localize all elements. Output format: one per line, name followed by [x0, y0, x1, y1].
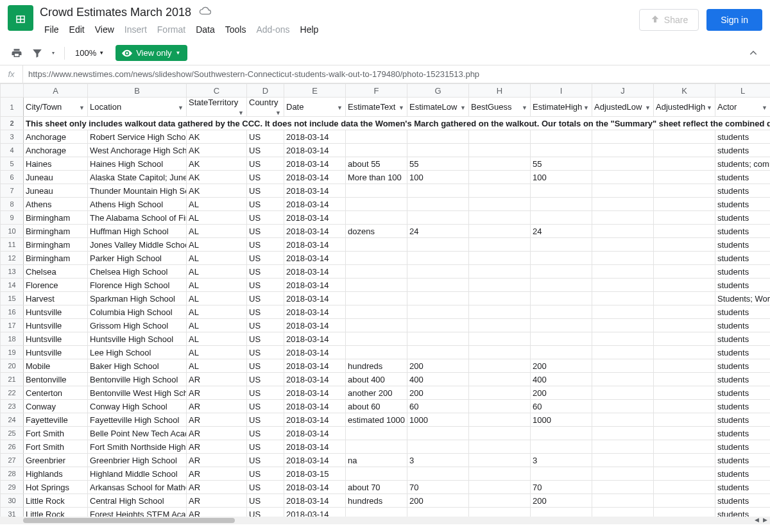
scrollbar-thumb[interactable] — [23, 518, 235, 523]
cell[interactable] — [592, 332, 654, 346]
cell[interactable] — [592, 319, 654, 332]
cell[interactable] — [346, 305, 407, 319]
row-header[interactable]: 1 — [1, 98, 24, 117]
cell[interactable] — [469, 413, 531, 427]
cell[interactable]: AR — [187, 400, 247, 413]
cell[interactable] — [654, 400, 715, 413]
cell[interactable]: Harvest — [24, 292, 88, 305]
cell[interactable]: 2018-03-14 — [284, 238, 346, 252]
cell[interactable]: US — [247, 144, 284, 157]
cell[interactable]: Huntsville High School — [88, 332, 187, 346]
cell[interactable]: AL — [187, 198, 247, 211]
cell[interactable]: 1000 — [531, 413, 592, 427]
cell[interactable]: AL — [187, 252, 247, 265]
cell[interactable]: US — [247, 198, 284, 211]
cell[interactable]: Hot Springs — [24, 481, 88, 494]
formula-input[interactable]: https://www.newstimes.com/news/slideshow… — [23, 65, 770, 83]
cell[interactable] — [592, 211, 654, 225]
row-header[interactable]: 11 — [1, 238, 24, 252]
cell[interactable]: 1000 — [407, 413, 469, 427]
cell[interactable] — [592, 292, 654, 305]
cell[interactable] — [592, 130, 654, 144]
filter-arrow-icon[interactable]: ▼ — [583, 105, 589, 111]
cell[interactable] — [592, 359, 654, 373]
cell[interactable] — [531, 319, 592, 332]
cell[interactable] — [531, 144, 592, 157]
col-header-I[interactable]: I — [531, 84, 592, 98]
cell[interactable] — [407, 265, 469, 279]
scroll-right-icon[interactable]: ▶ — [762, 517, 769, 523]
cell[interactable] — [407, 198, 469, 211]
header-cell[interactable]: EstimateText▼ — [346, 98, 407, 117]
row-header[interactable]: 9 — [1, 211, 24, 225]
cell[interactable]: students — [715, 279, 771, 292]
row-header[interactable]: 24 — [1, 413, 24, 427]
cell[interactable] — [346, 198, 407, 211]
cell[interactable] — [592, 305, 654, 319]
cell[interactable] — [469, 481, 531, 494]
cell[interactable] — [654, 494, 715, 508]
cell[interactable]: students — [715, 211, 771, 225]
cell[interactable] — [654, 130, 715, 144]
filter-arrow-icon[interactable]: ▼ — [79, 105, 85, 111]
filter-arrow-icon[interactable]: ▼ — [238, 110, 244, 116]
cell[interactable]: 2018-03-14 — [284, 346, 346, 359]
cell[interactable]: 3 — [407, 454, 469, 467]
cell[interactable]: students — [715, 386, 771, 400]
cell[interactable] — [531, 346, 592, 359]
filter-arrow-icon[interactable]: ▼ — [398, 105, 404, 111]
cell[interactable]: AL — [187, 211, 247, 225]
cell[interactable]: Bentonville High School — [88, 373, 187, 386]
cell[interactable]: 70 — [531, 481, 592, 494]
cell[interactable] — [469, 467, 531, 481]
cell[interactable]: 2018-03-14 — [284, 184, 346, 198]
cell[interactable] — [346, 346, 407, 359]
cell[interactable]: AR — [187, 481, 247, 494]
cell[interactable]: 200 — [407, 386, 469, 400]
cell[interactable]: students — [715, 184, 771, 198]
cell[interactable]: US — [247, 332, 284, 346]
cell[interactable]: Highlands — [24, 467, 88, 481]
cell[interactable] — [407, 305, 469, 319]
cell[interactable]: students — [715, 319, 771, 332]
cell[interactable] — [469, 319, 531, 332]
cell[interactable] — [654, 332, 715, 346]
cell[interactable]: 2018-03-14 — [284, 332, 346, 346]
cell[interactable] — [346, 252, 407, 265]
cell[interactable]: AK — [187, 171, 247, 184]
cell[interactable]: Chelsea High School — [88, 265, 187, 279]
print-icon[interactable] — [8, 44, 26, 62]
cell[interactable] — [469, 292, 531, 305]
cell[interactable]: students — [715, 238, 771, 252]
cell[interactable]: 200 — [407, 494, 469, 508]
collapse-toolbar-icon[interactable] — [744, 44, 762, 62]
cell[interactable]: Little Rock — [24, 494, 88, 508]
cell[interactable]: AR — [187, 427, 247, 440]
cell[interactable] — [531, 427, 592, 440]
row-header[interactable]: 15 — [1, 292, 24, 305]
cell[interactable]: 55 — [531, 157, 592, 171]
cell[interactable] — [592, 252, 654, 265]
cell[interactable] — [654, 386, 715, 400]
cell[interactable]: Columbia High School — [88, 305, 187, 319]
cell[interactable]: AR — [187, 454, 247, 467]
cell[interactable] — [654, 481, 715, 494]
cell[interactable] — [531, 332, 592, 346]
cell[interactable]: Athens High School — [88, 198, 187, 211]
cell[interactable]: students; community — [715, 157, 771, 171]
cell[interactable] — [469, 427, 531, 440]
cell[interactable]: US — [247, 359, 284, 373]
cell[interactable]: AL — [187, 279, 247, 292]
cell[interactable] — [531, 184, 592, 198]
scroll-left-icon[interactable]: ◀ — [753, 517, 760, 523]
cell[interactable]: students — [715, 346, 771, 359]
cell[interactable] — [654, 373, 715, 386]
cell[interactable]: US — [247, 171, 284, 184]
cell[interactable]: The Alabama School of Fine Arts — [88, 211, 187, 225]
cell[interactable]: 2018-03-14 — [284, 279, 346, 292]
zoom-select[interactable]: 100% ▼ — [71, 48, 108, 58]
cell[interactable]: 2018-03-14 — [284, 171, 346, 184]
row-header[interactable]: 29 — [1, 481, 24, 494]
cell[interactable]: AK — [187, 144, 247, 157]
cell[interactable] — [592, 386, 654, 400]
